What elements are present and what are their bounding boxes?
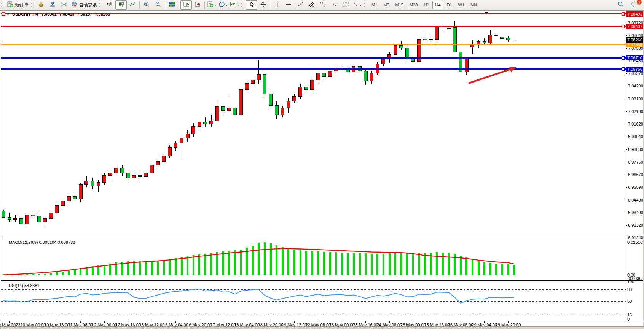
template-icon bbox=[230, 1, 236, 9]
toolbar-grip[interactable] bbox=[31, 2, 34, 8]
zoom-out-button[interactable] bbox=[152, 0, 164, 10]
toolbar-grip[interactable] bbox=[99, 2, 102, 8]
autotrade-button[interactable]: 自动交易 bbox=[70, 0, 98, 10]
linechart-icon bbox=[129, 1, 136, 9]
macd-bar bbox=[163, 260, 165, 275]
macd-bar bbox=[151, 261, 153, 275]
cursor-button[interactable] bbox=[246, 0, 257, 10]
candles-icon bbox=[118, 1, 124, 9]
clock-icon bbox=[218, 1, 225, 9]
templates-button[interactable]: ▾ bbox=[229, 0, 240, 10]
toolbar-grip[interactable] bbox=[241, 2, 244, 8]
toolbar-grip[interactable] bbox=[364, 2, 367, 8]
svg-text:7.06710: 7.06710 bbox=[627, 56, 642, 60]
signals-button[interactable] bbox=[58, 0, 70, 10]
macd-bar bbox=[38, 274, 40, 275]
vertical-line-button[interactable] bbox=[271, 0, 283, 10]
line-handle[interactable] bbox=[622, 13, 625, 15]
horizontal-line-button[interactable] bbox=[283, 0, 294, 10]
notifications-button[interactable]: 1 bbox=[629, 0, 640, 10]
date-tick-label: 29 May 20:00 bbox=[496, 323, 521, 326]
price-tick-label: 6.92320 bbox=[628, 223, 643, 227]
svg-text:7.05756: 7.05756 bbox=[627, 67, 642, 72]
macd-bar bbox=[74, 269, 76, 275]
candle-body bbox=[269, 94, 273, 106]
chart-shift-button[interactable] bbox=[192, 0, 203, 10]
line-handle[interactable] bbox=[2, 12, 5, 15]
candle-body bbox=[394, 45, 397, 54]
toolbar-grip[interactable] bbox=[1, 2, 4, 8]
search-button[interactable] bbox=[615, 0, 626, 10]
macd-bar bbox=[228, 251, 230, 275]
toolbar-separator bbox=[270, 1, 270, 9]
macd-bar bbox=[80, 268, 81, 275]
macd-label: MACD(12,26,9) 0.008104 0.008732 bbox=[9, 240, 75, 245]
candle-body bbox=[411, 59, 415, 62]
line-chart-button[interactable] bbox=[127, 0, 138, 10]
community-button[interactable] bbox=[47, 0, 58, 10]
channel-icon: E bbox=[308, 1, 315, 9]
macd-bar bbox=[32, 274, 34, 276]
line-handle[interactable] bbox=[622, 57, 625, 59]
svg-text:7.07856: 7.07856 bbox=[627, 42, 642, 47]
line-handle[interactable] bbox=[622, 68, 625, 70]
candle-body bbox=[2, 211, 5, 217]
crosshair-button[interactable] bbox=[257, 0, 269, 10]
macd-bar bbox=[181, 257, 183, 275]
timeframe-h1[interactable]: H1 bbox=[421, 1, 432, 9]
timeframe-d1[interactable]: D1 bbox=[444, 1, 455, 9]
line-handle[interactable] bbox=[622, 25, 625, 28]
macd-bar bbox=[97, 265, 99, 275]
macd-scale-max: 0.025163 bbox=[627, 240, 644, 245]
market-watch-button[interactable] bbox=[35, 0, 47, 10]
candle-body bbox=[85, 181, 88, 185]
svg-text:T: T bbox=[345, 2, 347, 6]
macd-bar bbox=[341, 253, 343, 276]
new-order-button[interactable]: 新订单 bbox=[6, 0, 30, 10]
macd-bar bbox=[418, 253, 420, 275]
date-tick-label: 23 May 00:00 bbox=[329, 323, 355, 326]
candle-body bbox=[103, 175, 106, 182]
fibonacci-button[interactable]: F bbox=[317, 0, 328, 10]
svg-text:7.10493: 7.10493 bbox=[627, 12, 642, 16]
tile-windows-button[interactable] bbox=[166, 0, 178, 10]
trendline-button[interactable] bbox=[294, 0, 306, 10]
timeframe-h4[interactable]: H4 bbox=[432, 1, 443, 9]
timeframe-m1[interactable]: M1 bbox=[369, 1, 380, 9]
channel-button[interactable]: E bbox=[306, 0, 317, 10]
macd-bar bbox=[389, 253, 391, 275]
bar-chart-button[interactable] bbox=[104, 0, 115, 10]
macd-bar bbox=[465, 257, 467, 275]
person-icon bbox=[49, 1, 56, 9]
macd-bar bbox=[454, 254, 456, 275]
arrows-button[interactable]: ▾ bbox=[351, 0, 363, 10]
toolbar-separator bbox=[165, 1, 165, 9]
price-badge: 7.08266 bbox=[626, 37, 644, 43]
chart-header: ▼ USDCNH·,H4 7.08301 7.08413 7.08187 7.0… bbox=[6, 12, 110, 16]
zoom-in-button[interactable] bbox=[141, 0, 152, 10]
macd-bar bbox=[311, 251, 313, 275]
date-tick-label: 12 May 16:00 bbox=[115, 323, 141, 326]
macd-bar bbox=[513, 265, 515, 275]
label-button[interactable]: T bbox=[340, 0, 351, 10]
timeframe-m30[interactable]: M30 bbox=[407, 1, 420, 9]
price-tick-label: 7.05370 bbox=[628, 71, 643, 76]
periods-button[interactable]: ▾ bbox=[217, 0, 229, 10]
text-button[interactable]: A bbox=[328, 0, 340, 10]
chart-canvas[interactable]: 7.097207.086407.075307.064507.053707.042… bbox=[0, 10, 644, 326]
auto-scroll-button[interactable] bbox=[180, 0, 192, 10]
timeframe-mn[interactable]: MN bbox=[468, 1, 480, 9]
indicators-button[interactable]: ▾ bbox=[206, 0, 217, 10]
candlestick-button[interactable] bbox=[115, 0, 127, 10]
timeframe-m15[interactable]: M15 bbox=[393, 1, 406, 9]
date-tick-label: 19 May 12:00 bbox=[282, 323, 307, 326]
timeframe-w1[interactable]: W1 bbox=[456, 1, 467, 9]
candle-body bbox=[19, 218, 23, 224]
macd-bar bbox=[359, 253, 361, 275]
candle-body bbox=[400, 45, 403, 48]
candle-body bbox=[168, 148, 171, 156]
candle-body bbox=[507, 38, 510, 40]
macd-bar bbox=[157, 261, 159, 275]
notification-badge: 1 bbox=[636, 0, 642, 5]
timeframe-m5[interactable]: M5 bbox=[381, 1, 392, 9]
